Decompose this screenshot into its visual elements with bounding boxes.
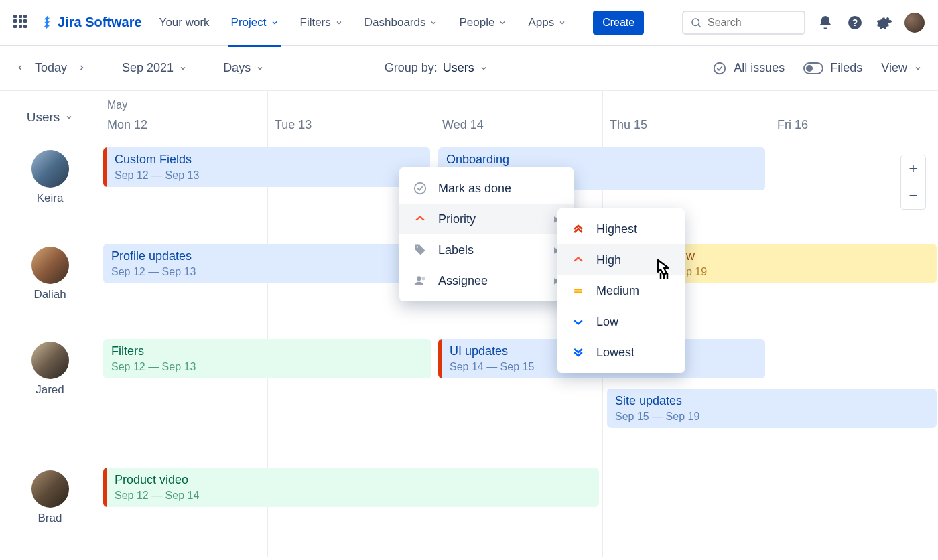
- month-label: May: [107, 99, 261, 113]
- priority-icon: [413, 212, 427, 226]
- priority-highest-icon: [571, 222, 586, 236]
- day-label: Fri 16: [777, 118, 931, 132]
- task-card[interactable]: Site updates Sep 15 — Sep 19: [607, 389, 937, 428]
- task-card[interactable]: Filters Sep 12 — Sep 13: [103, 339, 431, 378]
- calendar: Users MayMon 12 Tue 13 Wed 14 Thu 15 Fri…: [0, 91, 938, 143]
- search-box[interactable]: [682, 11, 805, 35]
- date-nav: Today: [16, 61, 86, 75]
- calendar-header-row: MayMon 12 Tue 13 Wed 14 Thu 15 Fri 16: [100, 91, 938, 143]
- calendar-toolbar: Today Sep 2021 Days Group by: Users All …: [0, 46, 938, 91]
- notifications-icon[interactable]: [816, 13, 835, 32]
- jira-logo[interactable]: Jira Software: [40, 15, 142, 30]
- users-column-header[interactable]: Users: [0, 91, 100, 143]
- zoom-controls: + −: [900, 155, 926, 210]
- next-button[interactable]: [78, 62, 86, 74]
- app-switcher-icon[interactable]: [13, 15, 29, 31]
- nav-apps[interactable]: Apps: [520, 11, 574, 35]
- task-card[interactable]: Product video Sep 12 — Sep 14: [103, 468, 599, 507]
- logo-text: Jira Software: [58, 15, 142, 30]
- day-label: Thu 15: [610, 118, 763, 132]
- task-card[interactable]: w p 19: [681, 244, 937, 283]
- nav-dashboards[interactable]: Dashboards: [356, 11, 446, 35]
- prev-button[interactable]: [16, 62, 24, 74]
- context-menu: Mark as done Priority ▶ Labels ▶ Assigne…: [399, 167, 574, 301]
- priority-medium-icon: [571, 283, 586, 298]
- help-icon[interactable]: ?: [846, 13, 864, 32]
- search-icon: [690, 17, 702, 29]
- day-label: Wed 14: [442, 118, 596, 132]
- zoom-out-button[interactable]: −: [901, 182, 925, 209]
- tag-icon: [413, 242, 427, 257]
- svg-point-6: [417, 276, 421, 281]
- priority-lowest[interactable]: Lowest: [557, 337, 685, 368]
- nav-right: ?: [682, 11, 925, 35]
- user-row-jared: Jared Filters Sep 12 — Sep 13 UI updates…: [0, 335, 938, 464]
- nav-filters[interactable]: Filters: [292, 11, 351, 35]
- check-circle-icon: [712, 61, 727, 76]
- svg-point-7: [422, 277, 425, 280]
- priority-high-icon: [571, 253, 586, 267]
- priority-low[interactable]: Low: [557, 306, 685, 337]
- group-by[interactable]: Group by: Users: [385, 61, 488, 75]
- toggle-icon: [803, 62, 823, 74]
- user-icon: [413, 273, 427, 288]
- day-label: Tue 13: [275, 118, 428, 132]
- menu-priority[interactable]: Priority ▶: [399, 204, 574, 234]
- nav-people[interactable]: People: [451, 11, 515, 35]
- svg-point-4: [714, 62, 726, 74]
- all-issues-filter[interactable]: All issues: [712, 61, 785, 76]
- task-card[interactable]: Profile updates Sep 12 — Sep 13: [103, 244, 431, 283]
- fields-toggle[interactable]: Fileds: [803, 61, 862, 75]
- create-button[interactable]: Create: [593, 11, 644, 35]
- period-selector[interactable]: Sep 2021: [122, 61, 187, 75]
- zoom-in-button[interactable]: +: [901, 155, 925, 182]
- priority-medium[interactable]: Medium: [557, 275, 685, 306]
- nav-your-work[interactable]: Your work: [151, 11, 218, 35]
- top-nav: Jira Software Your work Project Filters …: [0, 0, 938, 46]
- avatar[interactable]: [31, 470, 69, 508]
- profile-avatar[interactable]: [904, 13, 925, 33]
- user-name-label: Keira: [37, 192, 64, 205]
- avatar[interactable]: [31, 247, 69, 284]
- svg-point-0: [692, 19, 699, 26]
- priority-high[interactable]: High: [557, 244, 685, 275]
- svg-text:?: ?: [852, 17, 858, 28]
- priority-lowest-icon: [571, 345, 586, 360]
- avatar[interactable]: [31, 150, 69, 188]
- svg-line-1: [698, 25, 700, 27]
- priority-highest[interactable]: Highest: [557, 214, 685, 244]
- today-button[interactable]: Today: [35, 61, 67, 75]
- user-name-label: Daliah: [34, 288, 66, 301]
- check-circle-icon: [413, 181, 427, 196]
- menu-assignee[interactable]: Assignee ▶: [399, 265, 574, 296]
- menu-mark-done[interactable]: Mark as done: [399, 173, 574, 204]
- avatar[interactable]: [31, 342, 69, 379]
- priority-low-icon: [571, 314, 586, 329]
- granularity-selector[interactable]: Days: [223, 61, 264, 75]
- task-card[interactable]: Custom Fields Sep 12 — Sep 13: [103, 147, 430, 187]
- view-selector[interactable]: View: [881, 61, 922, 75]
- svg-point-5: [415, 183, 426, 194]
- settings-icon[interactable]: [875, 13, 894, 32]
- search-input[interactable]: [708, 17, 795, 29]
- user-row-brad: Brad Product video Sep 12 — Sep 14: [0, 464, 938, 557]
- user-name-label: Jared: [36, 383, 64, 397]
- nav-project[interactable]: Project: [223, 11, 287, 35]
- user-name-label: Brad: [38, 512, 62, 525]
- menu-labels[interactable]: Labels ▶: [399, 234, 574, 265]
- day-label: Mon 12: [107, 118, 261, 132]
- nav-items: Your work Project Filters Dashboards Peo…: [151, 11, 575, 35]
- priority-submenu: Highest High Medium Low Lowest: [557, 208, 685, 373]
